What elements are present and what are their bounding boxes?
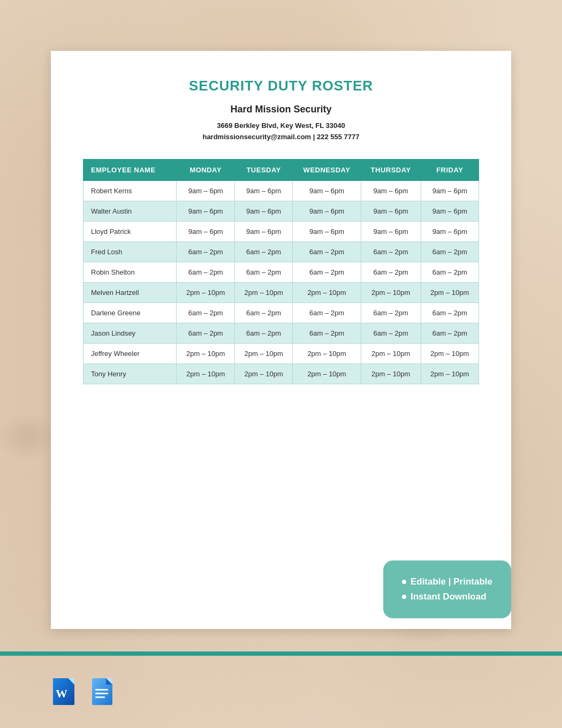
company-name: Hard Mission Security bbox=[230, 104, 331, 115]
schedule-cell: 2pm – 10pm bbox=[361, 343, 421, 363]
company-address: 3669 Berkley Blvd, Key West, FL 33040 ha… bbox=[202, 120, 359, 143]
employee-name-cell: Melven Hartzell bbox=[83, 282, 177, 302]
bullet-dot-2 bbox=[402, 595, 406, 599]
document: SECURITY DUTY ROSTER Hard Mission Securi… bbox=[51, 51, 511, 629]
schedule-cell: 6am – 2pm bbox=[361, 241, 421, 262]
schedule-cell: 2pm – 10pm bbox=[293, 343, 361, 363]
col-header-thursday: THURSDAY bbox=[361, 159, 421, 180]
schedule-cell: 2pm – 10pm bbox=[421, 343, 479, 363]
schedule-cell: 6am – 2pm bbox=[293, 302, 361, 323]
table-header-row: EMPLOYEE NAME MONDAY TUESDAY WEDNESDAY T… bbox=[83, 159, 479, 180]
address-line1: 3669 Berkley Blvd, Key West, FL 33040 bbox=[202, 120, 359, 132]
schedule-cell: 9am – 6pm bbox=[234, 180, 292, 201]
schedule-cell: 9am – 6pm bbox=[234, 201, 292, 221]
schedule-cell: 6am – 2pm bbox=[234, 302, 292, 323]
schedule-cell: 6am – 2pm bbox=[293, 323, 361, 343]
employee-name-cell: Walter Austin bbox=[83, 201, 177, 221]
schedule-cell: 9am – 6pm bbox=[293, 180, 361, 201]
feature-item-download: Instant Download bbox=[402, 592, 492, 602]
schedule-cell: 2pm – 10pm bbox=[293, 282, 361, 302]
schedule-cell: 6am – 2pm bbox=[177, 241, 234, 262]
table-row: Lloyd Patrick9am – 6pm9am – 6pm9am – 6pm… bbox=[83, 221, 479, 241]
table-row: Tony Henry2pm – 10pm2pm – 10pm2pm – 10pm… bbox=[83, 363, 479, 384]
schedule-cell: 2pm – 10pm bbox=[293, 363, 361, 384]
schedule-cell: 9am – 6pm bbox=[421, 221, 479, 241]
col-header-monday: MONDAY bbox=[177, 159, 234, 180]
schedule-cell: 2pm – 10pm bbox=[421, 282, 479, 302]
feature-label-download: Instant Download bbox=[411, 592, 487, 602]
schedule-cell: 9am – 6pm bbox=[421, 180, 479, 201]
feature-item-editable: Editable | Printable bbox=[402, 577, 492, 587]
table-row: Robin Shelton6am – 2pm6am – 2pm6am – 2pm… bbox=[83, 262, 479, 282]
schedule-cell: 6am – 2pm bbox=[234, 323, 292, 343]
col-header-wednesday: WEDNESDAY bbox=[293, 159, 361, 180]
schedule-cell: 6am – 2pm bbox=[234, 262, 292, 282]
table-row: Jeffrey Wheeler2pm – 10pm2pm – 10pm2pm –… bbox=[83, 343, 479, 363]
col-header-friday: FRIDAY bbox=[421, 159, 479, 180]
schedule-cell: 9am – 6pm bbox=[234, 221, 292, 241]
schedule-cell: 6am – 2pm bbox=[361, 262, 421, 282]
schedule-cell: 6am – 2pm bbox=[361, 302, 421, 323]
employee-name-cell: Jeffrey Wheeler bbox=[83, 343, 177, 363]
schedule-cell: 2pm – 10pm bbox=[177, 343, 234, 363]
document-title: SECURITY DUTY ROSTER bbox=[189, 78, 373, 94]
bottom-bar bbox=[0, 651, 562, 656]
google-docs-icon[interactable] bbox=[91, 677, 118, 712]
employee-name-cell: Tony Henry bbox=[83, 363, 177, 384]
schedule-cell: 2pm – 10pm bbox=[234, 363, 292, 384]
schedule-cell: 2pm – 10pm bbox=[177, 363, 234, 384]
schedule-cell: 9am – 6pm bbox=[361, 201, 421, 221]
employee-name-cell: Robin Shelton bbox=[83, 262, 177, 282]
employee-name-cell: Darlene Greene bbox=[83, 302, 177, 323]
schedule-cell: 6am – 2pm bbox=[421, 241, 479, 262]
schedule-cell: 2pm – 10pm bbox=[234, 343, 292, 363]
features-badge: Editable | Printable Instant Download bbox=[383, 560, 511, 618]
schedule-cell: 2pm – 10pm bbox=[234, 282, 292, 302]
schedule-cell: 6am – 2pm bbox=[177, 323, 234, 343]
schedule-cell: 9am – 6pm bbox=[361, 180, 421, 201]
col-header-employee: EMPLOYEE NAME bbox=[83, 159, 177, 180]
schedule-cell: 2pm – 10pm bbox=[361, 282, 421, 302]
schedule-cell: 9am – 6pm bbox=[177, 180, 234, 201]
schedule-cell: 6am – 2pm bbox=[177, 262, 234, 282]
schedule-cell: 6am – 2pm bbox=[421, 302, 479, 323]
schedule-cell: 2pm – 10pm bbox=[361, 363, 421, 384]
table-row: Robert Kerns9am – 6pm9am – 6pm9am – 6pm9… bbox=[83, 180, 479, 201]
schedule-cell: 6am – 2pm bbox=[177, 302, 234, 323]
svg-rect-9 bbox=[95, 693, 108, 694]
schedule-cell: 6am – 2pm bbox=[421, 323, 479, 343]
col-header-tuesday: TUESDAY bbox=[234, 159, 292, 180]
schedule-cell: 9am – 6pm bbox=[361, 221, 421, 241]
schedule-cell: 2pm – 10pm bbox=[177, 282, 234, 302]
schedule-cell: 6am – 2pm bbox=[293, 262, 361, 282]
schedule-cell: 6am – 2pm bbox=[234, 241, 292, 262]
table-row: Fred Losh6am – 2pm6am – 2pm6am – 2pm6am … bbox=[83, 241, 479, 262]
schedule-cell: 6am – 2pm bbox=[421, 262, 479, 282]
feature-label-editable: Editable | Printable bbox=[411, 577, 492, 587]
table-row: Darlene Greene6am – 2pm6am – 2pm6am – 2p… bbox=[83, 302, 479, 323]
schedule-cell: 9am – 6pm bbox=[293, 221, 361, 241]
employee-name-cell: Robert Kerns bbox=[83, 180, 177, 201]
table-row: Walter Austin9am – 6pm9am – 6pm9am – 6pm… bbox=[83, 201, 479, 221]
schedule-cell: 9am – 6pm bbox=[177, 221, 234, 241]
schedule-cell: 9am – 6pm bbox=[177, 201, 234, 221]
table-row: Jason Lindsey6am – 2pm6am – 2pm6am – 2pm… bbox=[83, 323, 479, 343]
employee-name-cell: Lloyd Patrick bbox=[83, 221, 177, 241]
employee-name-cell: Fred Losh bbox=[83, 241, 177, 262]
schedule-cell: 6am – 2pm bbox=[361, 323, 421, 343]
schedule-cell: 9am – 6pm bbox=[293, 201, 361, 221]
table-row: Melven Hartzell2pm – 10pm2pm – 10pm2pm –… bbox=[83, 282, 479, 302]
schedule-cell: 2pm – 10pm bbox=[421, 363, 479, 384]
file-icons-container: W bbox=[51, 677, 118, 712]
bullet-dot-1 bbox=[402, 580, 406, 584]
svg-rect-8 bbox=[95, 689, 108, 691]
address-line2: hardmissionsecurity@zmail.com | 222 555 … bbox=[202, 132, 359, 143]
schedule-cell: 6am – 2pm bbox=[293, 241, 361, 262]
word-icon[interactable]: W bbox=[51, 677, 80, 712]
roster-table: EMPLOYEE NAME MONDAY TUESDAY WEDNESDAY T… bbox=[83, 159, 479, 384]
svg-text:W: W bbox=[56, 687, 67, 700]
employee-name-cell: Jason Lindsey bbox=[83, 323, 177, 343]
svg-rect-10 bbox=[95, 696, 105, 698]
schedule-cell: 9am – 6pm bbox=[421, 201, 479, 221]
